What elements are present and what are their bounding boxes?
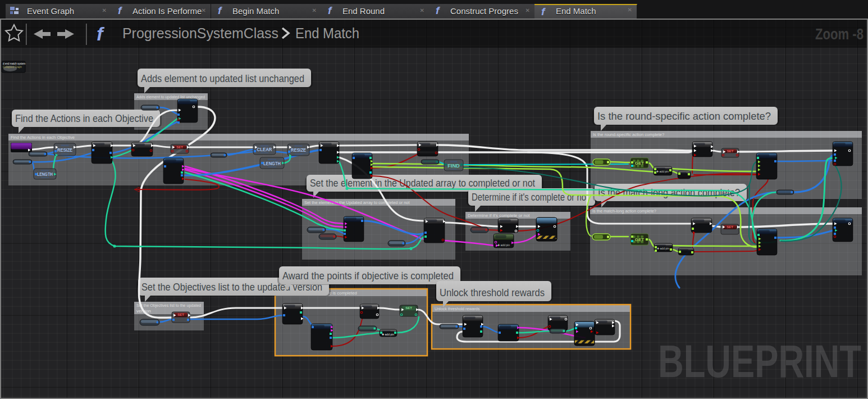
svg-text:Determine if it's complete or: Determine if it's complete or not bbox=[468, 213, 531, 218]
svg-text:f: f bbox=[97, 23, 105, 44]
svg-text:f: f bbox=[541, 6, 546, 17]
svg-text:f: f bbox=[328, 4, 332, 16]
svg-text:Is the match-long action compl: Is the match-long action complete? bbox=[592, 208, 656, 214]
svg-text:GET: GET bbox=[635, 237, 645, 242]
svg-text:FIND: FIND bbox=[447, 163, 460, 169]
svg-text:f: f bbox=[218, 4, 222, 16]
svg-text:Set the element in the Updated: Set the element in the Updated array to … bbox=[304, 200, 410, 205]
svg-text:RESIZE: RESIZE bbox=[291, 147, 306, 153]
svg-text:RESIZE: RESIZE bbox=[57, 147, 72, 153]
svg-text:✚ add pin: ✚ add pin bbox=[497, 243, 510, 247]
svg-text:SET: SET bbox=[405, 306, 412, 310]
svg-text:Is the round-specific action c: Is the round-specific action complete? bbox=[593, 132, 664, 137]
svg-text:f: f bbox=[436, 4, 440, 16]
svg-text:Find the Actions in each Objec: Find the Actions in each Objective bbox=[11, 135, 75, 140]
svg-text:Zoom -8: Zoom -8 bbox=[815, 26, 864, 43]
svg-text:SET: SET bbox=[727, 225, 733, 229]
svg-text:Is the round-specific action c: Is the round-specific action complete? bbox=[597, 110, 771, 122]
svg-text:Award the points if objective: Award the points if objective is complet… bbox=[282, 270, 454, 282]
svg-text:Unlock threshold rewards: Unlock threshold rewards bbox=[440, 287, 545, 298]
svg-text:Find the Actions in each Objec: Find the Actions in each Objective bbox=[15, 112, 153, 124]
svg-text:LENGTH: LENGTH bbox=[263, 161, 281, 166]
svg-text:Collapsed Graph: Collapsed Graph bbox=[3, 66, 22, 69]
svg-text:Adds element to updated list u: Adds element to updated list unchanged bbox=[136, 94, 205, 99]
svg-text:Set the element in the Updated: Set the element in the Updated array to … bbox=[310, 177, 536, 189]
svg-text:✚ add pin: ✚ add pin bbox=[656, 170, 669, 173]
svg-text:SET: SET bbox=[176, 146, 183, 149]
svg-text:✚ add pin: ✚ add pin bbox=[657, 247, 669, 250]
svg-text:SET: SET bbox=[177, 313, 184, 316]
svg-text:Set the Objectives list to the: Set the Objectives list to the updated bbox=[136, 303, 201, 308]
svg-text:f: f bbox=[118, 4, 122, 16]
svg-text:CLEAR: CLEAR bbox=[257, 147, 272, 152]
svg-text:Determine if it's complete or: Determine if it's complete or not bbox=[472, 191, 589, 203]
svg-text:Adds element to updated list u: Adds element to updated list unchanged bbox=[141, 72, 304, 84]
svg-text:ProgressionSystemClass: ProgressionSystemClass bbox=[122, 25, 278, 42]
svg-text:SET: SET bbox=[727, 149, 734, 153]
svg-text:d end match system: d end match system bbox=[3, 62, 26, 65]
svg-text:End Match: End Match bbox=[295, 25, 359, 42]
svg-text:LENGTH: LENGTH bbox=[37, 171, 53, 177]
svg-text:Unlock threshold rewards: Unlock threshold rewards bbox=[435, 306, 480, 311]
svg-text:✚ add pin: ✚ add pin bbox=[382, 333, 394, 336]
svg-text:GET: GET bbox=[635, 161, 645, 166]
